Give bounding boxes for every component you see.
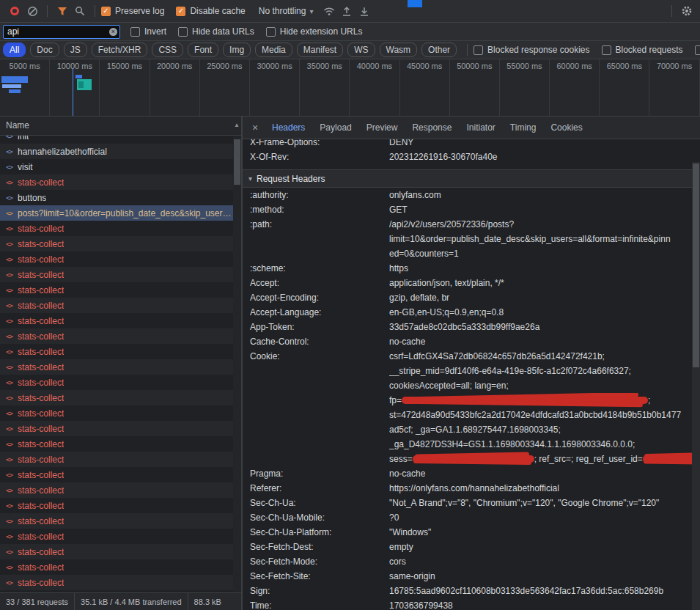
blocked-requests-label: Blocked requests	[616, 45, 683, 55]
resource-type-icon: <>	[6, 518, 18, 525]
header-row: Accept:application/json, text/plain, */*	[243, 276, 700, 290]
waterfall-activity	[9, 89, 21, 93]
tab-payload[interactable]: Payload	[312, 117, 358, 139]
request-row[interactable]: <>stats-collect	[0, 405, 241, 421]
tab-initiator[interactable]: Initiator	[459, 117, 502, 139]
scrollbar-thumb[interactable]	[234, 139, 240, 185]
tab-response[interactable]: Response	[405, 117, 459, 139]
timeline-column: 25000 ms	[200, 59, 250, 116]
request-name: buttons	[18, 193, 46, 203]
filter-input-wrap: ×	[3, 25, 120, 39]
request-row[interactable]: <>posts?limit=10&order=publish_date_desc…	[0, 205, 241, 221]
request-row[interactable]: <>stats-collect	[0, 251, 241, 267]
request-row[interactable]: <>init	[0, 136, 241, 144]
request-name: init	[18, 136, 29, 142]
type-filter-ws[interactable]: WS	[347, 43, 375, 57]
tab-cookies[interactable]: Cookies	[543, 117, 589, 139]
request-row[interactable]: <>visit	[0, 159, 241, 174]
request-row[interactable]: <>stats-collect	[0, 236, 241, 251]
blocked-requests-checkbox[interactable]: Blocked requests	[602, 45, 683, 55]
type-filter-font[interactable]: Font	[188, 43, 218, 57]
throttling-dropdown[interactable]: No throttling ▾	[259, 6, 314, 16]
header-name: Sec-Fetch-Dest:	[250, 540, 389, 554]
network-conditions-button[interactable]	[320, 2, 338, 20]
request-row[interactable]: <>stats-collect	[0, 559, 241, 575]
header-value: 16785:5aad9602cf110608b03133de563642fac1…	[389, 584, 700, 598]
type-filter-media[interactable]: Media	[255, 43, 292, 57]
header-row: Time:1703636799438	[243, 598, 700, 610]
tab-preview[interactable]: Preview	[359, 117, 405, 139]
request-row[interactable]: <>stats-collect	[0, 452, 241, 467]
scrollbar-thumb[interactable]	[693, 163, 699, 367]
import-har-button[interactable]	[338, 2, 355, 20]
timeline-overview[interactable]: 5000 ms10000 ms15000 ms20000 ms25000 ms3…	[0, 59, 700, 117]
request-name: stats-collect	[18, 578, 64, 588]
timeline-column: 60000 ms	[550, 59, 600, 116]
search-button[interactable]	[71, 2, 89, 20]
request-row[interactable]: <>stats-collect	[0, 436, 241, 452]
request-detail-panel: × HeadersPayloadPreviewResponseInitiator…	[242, 117, 700, 610]
type-filter-all[interactable]: All	[3, 43, 26, 57]
scroll-up-icon[interactable]: ▲	[234, 122, 240, 128]
settings-button[interactable]	[678, 2, 696, 20]
record-button[interactable]	[6, 2, 23, 20]
request-row[interactable]: <>stats-collect	[0, 498, 241, 513]
type-filter-wasm[interactable]: Wasm	[380, 43, 418, 57]
request-row[interactable]: <>stats-collect	[0, 513, 241, 529]
request-row[interactable]: <>stats-collect	[0, 390, 241, 405]
type-filter-js[interactable]: JS	[64, 43, 87, 57]
filter-button[interactable]	[54, 2, 71, 20]
request-headers-section-header[interactable]: ▾ Request Headers	[243, 170, 700, 188]
header-name: :authority:	[250, 188, 389, 202]
request-name: stats-collect	[18, 532, 64, 542]
close-icon[interactable]: ×	[246, 122, 265, 133]
clear-filter-icon[interactable]: ×	[109, 28, 117, 36]
request-row[interactable]: <>stats-collect	[0, 482, 241, 498]
header-name: Referer:	[250, 481, 389, 496]
request-row[interactable]: <>stats-collect	[0, 467, 241, 482]
disable-cache-checkbox[interactable]: ✓ Disable cache	[176, 6, 245, 16]
request-row[interactable]: <>stats-collect	[0, 267, 241, 282]
request-row[interactable]: <>stats-collect	[0, 575, 241, 590]
type-filter-img[interactable]: Img	[223, 43, 251, 57]
tab-headers[interactable]: Headers	[265, 117, 312, 139]
request-row[interactable]: <>buttons	[0, 190, 241, 205]
name-column-header[interactable]: Name	[0, 117, 242, 136]
header-value: gzip, deflate, br	[389, 290, 700, 305]
request-row[interactable]: <>stats-collect	[0, 298, 241, 313]
timeline-column: 65000 ms	[600, 59, 649, 116]
request-row[interactable]: <>stats-collect	[0, 359, 241, 375]
preserve-log-checkbox[interactable]: ✓ Preserve log	[101, 6, 164, 16]
type-filter-manifest[interactable]: Manifest	[297, 43, 343, 57]
checkbox-icon	[178, 27, 188, 37]
type-filter-css[interactable]: CSS	[152, 43, 183, 57]
request-row[interactable]: <>stats-collect	[0, 544, 241, 559]
header-name: :path:	[250, 217, 389, 261]
request-row[interactable]: <>stats-collect	[0, 529, 241, 544]
type-filter-other[interactable]: Other	[421, 43, 457, 57]
type-filter-fetch-xhr[interactable]: Fetch/XHR	[92, 43, 148, 57]
resource-type-icon: <>	[6, 533, 18, 540]
timeline-column: 40000 ms	[350, 59, 399, 116]
record-icon	[10, 7, 19, 15]
request-row[interactable]: <>hannahelizabethofficial	[0, 144, 241, 159]
invert-checkbox[interactable]: Invert	[130, 26, 166, 37]
type-filter-doc[interactable]: Doc	[30, 43, 59, 57]
clear-button[interactable]	[23, 2, 41, 20]
request-row[interactable]: <>stats-collect	[0, 328, 241, 344]
blocked-response-cookies-checkbox[interactable]: Blocked response cookies	[474, 45, 589, 55]
request-row[interactable]: <>stats-collect	[0, 344, 241, 359]
request-row[interactable]: <>stats-collect	[0, 221, 241, 236]
request-row[interactable]: <>stats-collect	[0, 375, 241, 390]
request-row[interactable]: <>stats-collect	[0, 174, 241, 190]
tab-timing[interactable]: Timing	[503, 117, 544, 139]
request-row[interactable]: <>stats-collect	[0, 421, 241, 436]
hide-data-urls-checkbox[interactable]: Hide data URLs	[178, 26, 254, 37]
filter-input[interactable]	[3, 25, 120, 39]
request-row[interactable]: <>stats-collect	[0, 282, 241, 298]
hide-extension-urls-checkbox[interactable]: Hide extension URLs	[266, 26, 363, 37]
3rd-party-requests-checkbox[interactable]: 3rd-party requests	[695, 45, 700, 55]
request-row[interactable]: <>stats-collect	[0, 313, 241, 328]
export-har-button[interactable]	[355, 2, 373, 20]
header-row: Referer:https://onlyfans.com/hannaheliza…	[243, 481, 700, 496]
